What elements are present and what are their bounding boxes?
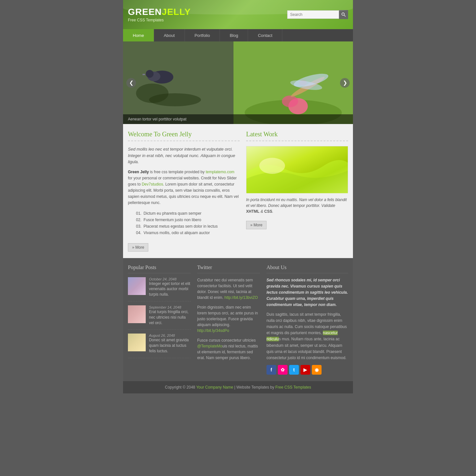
list-item: 01. Dictum eu pharetra quam semper: [128, 210, 240, 217]
svg-line-1: [344, 15, 346, 17]
tweet-3: Fusce cursus consectetur ultricies @Temp…: [197, 337, 260, 361]
slider-caption: Aenean tortor vel porttitor volutpat: [123, 114, 353, 124]
tweet-handle[interactable]: @TemplateMo: [197, 344, 222, 348]
welcome-title: Welcome To Green Jelly: [128, 130, 240, 141]
svg-rect-8: [142, 74, 145, 75]
slider-prev-button[interactable]: ❮: [126, 78, 136, 88]
work-more-button[interactable]: » More: [246, 221, 266, 229]
post-thumbnail: [128, 305, 146, 323]
search-area: [287, 10, 348, 19]
about-para-1: Sed rhoncus sodales mi, id semper orci g…: [266, 277, 348, 308]
flickr-icon[interactable]: ✿: [278, 365, 288, 375]
footer-bottom: Copyright © 2048 Your Company Name | Web…: [123, 381, 353, 393]
nav-portfolio[interactable]: Portfolio: [185, 29, 220, 41]
post-item: September 14, 2048 Erat turpis fringilla…: [128, 305, 191, 330]
search-input[interactable]: [287, 10, 339, 19]
list-item: 02. Fusce fermentum justo non libero: [128, 217, 240, 223]
tweet-1: Curabitur nec dui venenatis sem consecte…: [197, 277, 260, 300]
logo: GREENJELLY Free CSS Templates: [128, 7, 191, 22]
svg-rect-2: [123, 41, 233, 124]
popular-posts-title: Popular Posts: [128, 265, 191, 273]
post-date: September 14, 2048: [149, 305, 191, 309]
about-us-section: About Us Sed rhoncus sodales mi, id semp…: [266, 265, 348, 375]
post-date: October 24, 2048: [149, 277, 191, 281]
post-text: Donec sit amet gravida quam lacinia at l…: [149, 337, 191, 354]
company-link[interactable]: Your Company Name: [196, 385, 233, 390]
latest-work-section: Latest Work: [246, 130, 348, 252]
welcome-section: Welcome To Green Jelly Sed mollis leo ne…: [128, 130, 240, 252]
footer-top: Popular Posts October 24, 2048 Integer e…: [123, 258, 353, 381]
slider-left-image: [123, 41, 233, 124]
templates-link[interactable]: Free CSS Templates: [275, 385, 311, 390]
svg-point-18: [259, 158, 285, 174]
search-icon: [341, 12, 346, 17]
logo-sub: Free CSS Templates: [128, 18, 191, 22]
about-us-title: About Us: [266, 265, 348, 273]
post-text: Erat turpis fringilla orci, nec ultricie…: [149, 309, 191, 325]
post-thumbnail: [128, 277, 146, 295]
work-image: [246, 146, 348, 193]
dev7studios-link[interactable]: Dev7studios: [142, 182, 163, 187]
slider-next-button[interactable]: ❯: [340, 78, 350, 88]
list-item: 04. Vivamus mollis, odio ut aliquam auct…: [128, 230, 240, 236]
content-area: Welcome To Green Jelly Sed mollis leo ne…: [123, 124, 353, 258]
rss-icon[interactable]: ◉: [312, 365, 322, 375]
popular-posts-section: Popular Posts October 24, 2048 Integer e…: [128, 265, 191, 375]
work-caption: In porta tincidunt mi eu mattis. Nam vel…: [246, 197, 348, 214]
facebook-icon[interactable]: f: [266, 365, 276, 375]
post-text: Integer eget tortor et elit venenatis au…: [149, 281, 191, 297]
slider-right-image: [233, 41, 353, 124]
welcome-more-button[interactable]: » More: [128, 243, 148, 252]
post-item: August 26, 2048 Donec sit amet gravida q…: [128, 334, 191, 358]
about-para-2: Duis sagittis, lacus sit amet tempor fri…: [266, 312, 348, 361]
logo-jelly: JELLY: [162, 7, 191, 17]
youtube-icon[interactable]: ▶: [300, 365, 310, 375]
tweet-link-2[interactable]: http://bit.ly/34sdPo: [197, 328, 229, 333]
list-item: 03. Placerat metus egestas sem dolor in …: [128, 223, 240, 230]
image-slider: ❮ ❯ Aenean tortor vel porttitor volutpat: [123, 41, 353, 124]
post-content: September 14, 2048 Erat turpis fringilla…: [149, 305, 191, 325]
tweet-2: Proin dignissim, diam nec enim lorem tem…: [197, 304, 260, 334]
social-icons: f ✿ t ▶ ◉: [266, 365, 348, 375]
post-thumbnail: [128, 334, 146, 351]
search-button[interactable]: [339, 10, 348, 19]
post-item: October 24, 2048 Integer eget tortor et …: [128, 277, 191, 301]
logo-text: GREENJELLY: [128, 7, 191, 17]
svg-point-0: [342, 13, 345, 16]
welcome-body: Green Jelly is free css template provide…: [128, 169, 240, 206]
nav-blog[interactable]: Blog: [220, 29, 248, 41]
welcome-intro: Sed mollis leo nec est tempor interdum e…: [128, 146, 240, 165]
welcome-list: 01. Dictum eu pharetra quam semper 02. F…: [128, 210, 240, 236]
nav-contact[interactable]: Contact: [248, 29, 282, 41]
site-header: GREENJELLY Free CSS Templates: [123, 0, 353, 29]
templatemo-link[interactable]: templatemo.com: [206, 170, 234, 174]
twitter-title: Twitter: [197, 265, 260, 273]
svg-point-4: [149, 93, 201, 106]
tweet-link-1[interactable]: http://bit.ly/13bviZO: [224, 295, 258, 300]
svg-point-12: [282, 96, 298, 107]
nav-about[interactable]: About: [154, 29, 185, 41]
svg-point-7: [146, 70, 153, 78]
twitter-section: Twitter Curabitur nec dui venenatis sem …: [197, 265, 260, 375]
slider-images: [123, 41, 353, 124]
logo-green: GREEN: [128, 7, 162, 17]
post-content: October 24, 2048 Integer eget tortor et …: [149, 277, 191, 297]
nav-home[interactable]: Home: [123, 29, 154, 41]
navigation: Home About Portfolio Blog Contact: [123, 29, 353, 41]
latest-work-title: Latest Work: [246, 130, 348, 141]
post-date: August 26, 2048: [149, 334, 191, 337]
twitter-icon[interactable]: t: [289, 365, 299, 375]
post-content: August 26, 2048 Donec sit amet gravida q…: [149, 334, 191, 354]
